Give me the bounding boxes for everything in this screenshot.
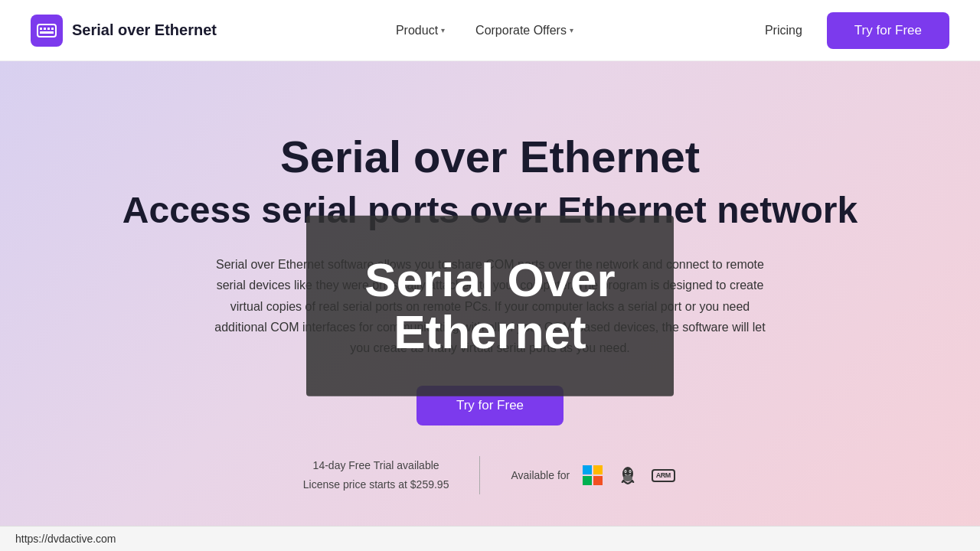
overlay-panel: Serial Over Ethernet [306, 216, 674, 396]
svg-point-14 [629, 471, 631, 473]
svg-rect-6 [583, 465, 592, 474]
nav-links: Product ▾ Corporate Offers ▾ [384, 18, 586, 44]
overlay-title: Serial Over Ethernet [352, 254, 628, 358]
overlay-line1: Serial Over [364, 253, 615, 306]
nav-right: Pricing Try for Free [753, 12, 949, 49]
hero-trial-info: 14-day Free Trial available License pric… [303, 456, 449, 494]
arm-badge: ARM [652, 469, 675, 482]
corporate-chevron-icon: ▾ [570, 26, 573, 34]
brand-name: Serial over Ethernet [72, 21, 217, 39]
svg-rect-5 [40, 31, 54, 34]
nav-corporate-label: Corporate Offers [475, 24, 567, 37]
available-label: Available for [511, 469, 570, 481]
trial-line1: 14-day Free Trial available [303, 456, 449, 475]
svg-rect-1 [40, 28, 42, 30]
svg-rect-9 [593, 476, 603, 485]
nav-product-label: Product [396, 24, 438, 37]
trial-line2: License price starts at $259.95 [303, 475, 449, 494]
hero-footer-info: 14-day Free Trial available License pric… [303, 456, 677, 494]
product-chevron-icon: ▾ [441, 26, 445, 34]
hero-divider [479, 456, 480, 494]
nav-corporate-link[interactable]: Corporate Offers ▾ [463, 18, 586, 44]
nav-pricing-link[interactable]: Pricing [753, 18, 815, 44]
svg-point-15 [623, 475, 632, 481]
nav-brand[interactable]: Serial over Ethernet [31, 15, 217, 47]
linux-icon [614, 461, 642, 489]
hero-section: Serial over Ethernet Access serial ports… [0, 61, 980, 551]
svg-point-13 [625, 471, 626, 473]
svg-rect-3 [47, 28, 50, 30]
svg-rect-8 [583, 476, 592, 485]
overlay-line2: Ethernet [394, 305, 586, 358]
hero-available: Available for [511, 461, 677, 489]
platform-icons: ARM [579, 461, 677, 489]
svg-rect-7 [593, 465, 603, 474]
svg-rect-2 [44, 28, 46, 30]
hero-title-line1: Serial over Ethernet [280, 132, 700, 181]
svg-rect-0 [38, 24, 56, 37]
nav-product-link[interactable]: Product ▾ [384, 18, 457, 44]
logo-icon [31, 15, 63, 47]
svg-rect-4 [51, 28, 54, 30]
arm-icon: ARM [649, 461, 677, 489]
nav-try-button[interactable]: Try for Free [827, 12, 949, 49]
url-bar: https://dvdactive.com [0, 526, 980, 551]
navbar: Serial over Ethernet Product ▾ Corporate… [0, 0, 980, 61]
url-text: https://dvdactive.com [15, 533, 116, 545]
windows-icon [579, 461, 606, 489]
